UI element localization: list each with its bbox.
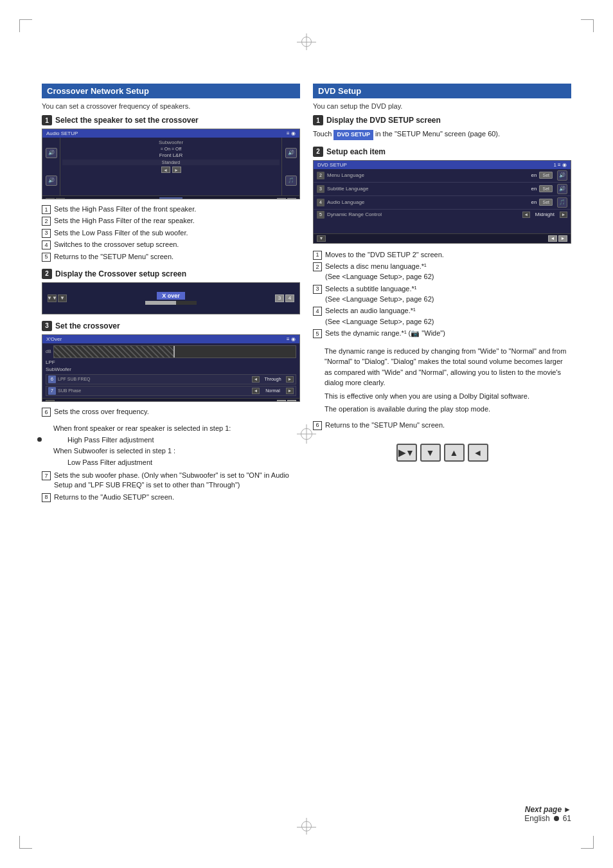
item-num: 2 — [42, 217, 51, 226]
bottom-nav: ▼▼ ▼ — [46, 198, 65, 200]
left-step-2-title: 2 Display the Crossover setup screen — [42, 269, 300, 279]
sub-phase-val: Normal — [262, 388, 284, 393]
item-num: 4 — [313, 307, 322, 316]
right-step-num-2: 2 — [313, 147, 323, 157]
xover-bottom-left: ▼ — [46, 400, 55, 402]
item-num: 3 — [42, 229, 51, 238]
footer: Next page ► English 61 — [524, 805, 571, 823]
dvd-set-btn-3[interactable]: Set — [539, 199, 553, 206]
list-item: 7 Sets the sub woofer phase. (Only when … — [42, 471, 300, 491]
xover-nav-btn: ▼▼ — [48, 294, 57, 302]
audio-setup-topbar: Audio SETUP ≡ ◉ — [42, 129, 299, 138]
audio-center-panel: Subwoofer = On = Off Front L&R Standard … — [60, 138, 281, 195]
dvd-set-btn-2[interactable]: Set — [539, 185, 553, 192]
xover-db-row: dB — [46, 345, 296, 358]
dvd-icon-1: 🔊 — [557, 170, 567, 181]
left-step-3-title: 3 Set the crossover — [42, 321, 300, 331]
dvd-row-num-2: 2 — [317, 172, 324, 179]
xover-btn: X over — [159, 197, 182, 199]
lpf-freq-row: 6 LPF SUB FREQ ◄ Through ► — [46, 374, 296, 384]
dvd-btn-page-left: ◄ — [548, 235, 557, 242]
front-label: Front L&R — [62, 152, 280, 158]
nav-arrow-down[interactable]: ▼ — [420, 444, 441, 462]
dvd-row-audio-lang: 4 Audio Language en Set 🎵 — [314, 196, 571, 210]
dvd-set-btn-1[interactable]: Set — [539, 172, 553, 179]
btn-arrow-left: ◄ — [277, 400, 286, 402]
nav-arrows-row: ▶▼ ▼ ▲ ◄ — [313, 444, 571, 462]
xover-main-title: X'Over — [46, 336, 62, 342]
dvd-range-left-btn[interactable]: ◄ — [522, 212, 530, 218]
dvd-row-num-5: 5 — [317, 211, 324, 219]
corner-mark-tl — [19, 19, 32, 32]
language-text: English — [524, 814, 549, 823]
right-section-header: DVD Setup — [313, 84, 571, 98]
dvd-range-right-btn[interactable]: ► — [560, 212, 567, 218]
xover-nav-btn-r2: 4 — [285, 294, 294, 302]
dvd-setup-touch-label: DVD SETUP — [333, 130, 373, 140]
audio-setup-body: 🔊 🔊 Subwoofer = On = Off Front L&R — [42, 138, 299, 195]
list-item: (See <Language Setup>, page 62) — [313, 294, 571, 304]
nav-arrow-back[interactable]: ◄ — [468, 444, 488, 462]
dvd-setup-screen-title: DVD SETUP — [317, 162, 347, 168]
dvd-bottombar: ▼ ◄ ► — [314, 233, 571, 243]
nav-arrow-forward[interactable]: ▶▼ — [396, 444, 417, 462]
next-page-label: Next page ► — [524, 805, 571, 814]
sub-phase-left-btn[interactable]: ◄ — [252, 388, 260, 394]
corner-mark-br — [581, 836, 594, 849]
xover-db-area: dB LPF SubWoofer 6 LPF SUB FREQ ◄ — [42, 343, 299, 398]
nav-arrow-up[interactable]: ▲ — [444, 444, 465, 462]
right-step-1-label: Display the DVD SETUP screen — [326, 116, 441, 125]
dvd-btn-page-right: ► — [558, 235, 567, 242]
lpf-label: LPF — [46, 359, 55, 365]
lpf-freq-left-btn[interactable]: ◄ — [252, 376, 260, 383]
step-1-label: Select the speaker to set the crossover — [55, 116, 199, 125]
audio-setup-screen: Audio SETUP ≡ ◉ 🔊 🔊 Subwoofer — [42, 129, 300, 199]
right-step-num-1: 1 — [313, 115, 323, 125]
subwoofer-label: Subwoofer — [62, 140, 280, 145]
list-item: 4 Switches to the crossover setup screen… — [42, 240, 300, 249]
btn-v: ▼ — [56, 198, 65, 200]
list-item: 2 Selects a disc menu language.*¹ — [313, 262, 571, 271]
sub-phase-num: 7 — [48, 387, 56, 395]
lpf-freq-right-btn[interactable]: ► — [286, 376, 294, 383]
xover-main-screen: X'Over ≡ ◉ dB LPF SubWoofer — [42, 334, 300, 402]
dvd-menu-lang-val: en — [531, 172, 537, 178]
step-1-list: 1 Sets the High Pass Filter of the front… — [42, 204, 300, 264]
dvd-subtitle-lang-label: Subtitle Language — [327, 186, 529, 192]
sub-phase-right-btn[interactable]: ► — [286, 388, 294, 394]
bottom-nav-right: 3 4 — [277, 198, 296, 200]
item-num: 7 — [42, 471, 51, 480]
dvd-row-menu-lang: 2 Menu Language en Set 🔊 — [314, 169, 571, 183]
top-crosshair-circle — [301, 37, 312, 47]
audio-right-panel: 🔊 🎵 — [281, 138, 299, 195]
xover-slider-fill — [145, 301, 176, 305]
list-item: 5 Returns to the "SETUP Menu" screen. — [42, 252, 300, 262]
step-num-2: 2 — [42, 269, 52, 279]
right-section-title: DVD Setup — [318, 86, 361, 96]
right-column: DVD Setup You can setup the DVD play. 1 … — [313, 84, 571, 784]
right-step-2-label: Setup each item — [326, 147, 386, 156]
xover-small-inner: ▼▼ ▼ X over 3 4 — [42, 283, 299, 314]
lpf-freq-val: Through — [262, 377, 284, 381]
indent-text-3: When Subwoofer is selected in step 1 : — [42, 446, 300, 456]
btn-vv2: ▼ — [46, 400, 55, 402]
item-num: 1 — [42, 205, 51, 214]
item-num: 1 — [313, 251, 322, 260]
left-step-1-title: 1 Select the speaker to set the crossove… — [42, 115, 300, 125]
dynamic-range-para-3: The operation is available during the pl… — [324, 404, 571, 415]
sub-phase-label: SUB Phase — [58, 388, 250, 393]
step-3-list: 6 Sets the cross over frequency. — [42, 407, 300, 419]
xover-main-topbar: X'Over ≡ ◉ — [42, 335, 299, 343]
page-language-row: English 61 — [524, 814, 571, 823]
xover-slider — [145, 301, 197, 305]
audio-left-panel: 🔊 🔊 — [42, 138, 60, 195]
speaker-icon-2: 🔊 — [46, 176, 57, 186]
corner-mark-bl — [19, 836, 32, 849]
btn-arrow-right: ► — [287, 400, 296, 402]
step-num-3: 3 — [42, 321, 52, 331]
dynamic-range-para-2: This is effective only when you are usin… — [324, 391, 571, 402]
dvd-setup-topbar: DVD SETUP 1 ≡ ◉ — [314, 161, 571, 169]
indent-text-1: When front speaker or rear speaker is se… — [42, 424, 300, 433]
step-num-1: 1 — [42, 115, 52, 125]
step-2-label: Display the Crossover setup screen — [55, 269, 186, 278]
